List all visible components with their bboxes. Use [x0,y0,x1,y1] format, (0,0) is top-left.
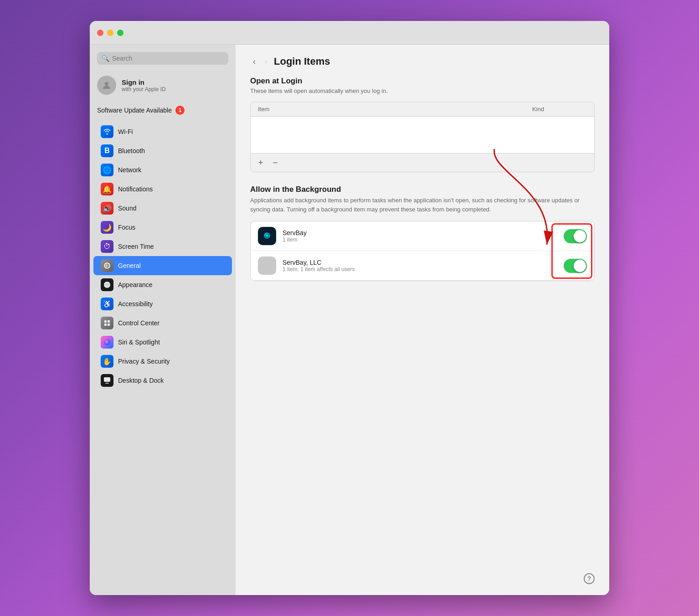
serv-llc-item-subtitle: 1 item: 1 item affects all users [283,266,557,272]
main-content: ‹ › Login Items Open at Login These item… [236,45,609,595]
serv-item-text: ServBay 1 item [283,229,557,243]
svg-point-7 [104,339,110,345]
maximize-button[interactable] [117,30,123,36]
software-update-badge: 1 [175,106,185,115]
serv-llc-toggle[interactable] [564,259,587,273]
serv-item-name: ServBay [283,229,557,236]
nav-row: ‹ › Login Items [250,56,595,67]
open-at-login-title: Open at Login [250,77,595,86]
focus-label: Focus [118,224,135,231]
controlcenter-icon [101,317,113,329]
accessibility-label: Accessibility [118,300,153,308]
wifi-icon [101,125,113,138]
appearance-icon [101,278,113,291]
svg-rect-8 [104,377,110,382]
bluetooth-icon: B [101,144,113,157]
open-at-login-section: Open at Login These items will open auto… [250,77,595,172]
table-footer: + − [251,153,594,172]
forward-button[interactable]: › [262,56,270,67]
sidebar-item-desktopanddock[interactable]: Desktop & Dock [93,371,232,390]
table-header-kind: Kind [532,106,587,113]
serv-toggle[interactable] [564,229,587,243]
table-body [251,117,594,153]
focus-icon: 🌙 [101,221,113,234]
remove-item-button[interactable]: − [269,156,282,169]
sound-icon: 🔊 [101,202,113,215]
search-input[interactable] [112,55,224,62]
bg-item-serv-llc: ServBay, LLC 1 item: 1 item affects all … [251,251,594,281]
general-label: General [118,262,141,269]
serv-item-subtitle: 1 item [283,236,557,243]
back-button[interactable]: ‹ [250,56,258,67]
minimize-button[interactable] [107,30,113,36]
sidebar-item-controlcenter[interactable]: Control Center [93,313,232,333]
svg-rect-4 [108,320,110,323]
system-preferences-window: 🔍 Sign in with your Apple ID Softw [90,21,609,595]
apple-id-text: Sign in with your Apple ID [122,78,166,92]
network-icon: 🌐 [101,164,113,176]
table-header-item: Item [258,106,532,113]
bluetooth-label: Bluetooth [118,147,145,154]
search-bar[interactable]: 🔍 [97,52,228,65]
network-label: Network [118,166,141,174]
title-bar [90,21,609,45]
sidebar-item-network[interactable]: 🌐 Network [93,160,232,180]
privacy-icon: ✋ [101,355,113,368]
sidebar-item-general[interactable]: General [93,256,232,275]
sidebar: 🔍 Sign in with your Apple ID Softw [90,45,236,595]
controlcenter-label: Control Center [118,319,159,327]
sidebar-item-sound[interactable]: 🔊 Sound [93,199,232,218]
accessibility-icon: ♿ [101,298,113,310]
login-items-table: Item Kind + − [250,102,595,172]
search-icon: 🔍 [102,55,109,62]
siri-icon [101,336,113,349]
allow-bg-title: Allow in the Background [250,185,595,194]
sidebar-item-notifications[interactable]: 🔔 Notifications [93,180,232,199]
general-icon [101,259,113,272]
allow-bg-desc: Applications add background items to per… [250,196,595,214]
sidebar-item-privacy[interactable]: ✋ Privacy & Security [93,352,232,371]
sidebar-item-screentime[interactable]: ⏱ Screen Time [93,237,232,256]
sidebar-item-wifi[interactable]: Wi-Fi [93,122,232,141]
content-area: 🔍 Sign in with your Apple ID Softw [90,45,609,595]
software-update-row[interactable]: Software Update Available 1 [90,102,236,118]
serv-llc-icon [258,257,276,275]
svg-point-0 [105,82,108,86]
add-item-button[interactable]: + [254,156,267,169]
open-at-login-desc: These items will open automatically when… [250,87,595,94]
sidebar-item-appearance[interactable]: Appearance [93,275,232,294]
software-update-label: Software Update Available [97,107,172,114]
screentime-icon: ⏱ [101,240,113,253]
notifications-label: Notifications [118,185,153,193]
siri-label: Siri & Spotlight [118,339,160,346]
apple-id-subtitle: with your Apple ID [122,86,166,92]
desktopanddock-icon [101,374,113,387]
page-title: Login Items [274,56,330,67]
wifi-label: Wi-Fi [118,128,133,135]
serv-llc-item-text: ServBay, LLC 1 item: 1 item affects all … [283,259,557,272]
screentime-label: Screen Time [118,243,154,250]
background-items-list: ServBay 1 item [250,221,595,281]
svg-point-10 [266,235,268,236]
apple-id-row[interactable]: Sign in with your Apple ID [90,72,236,102]
help-button[interactable]: ? [584,573,595,584]
sidebar-item-bluetooth[interactable]: B Bluetooth [93,141,232,160]
privacy-label: Privacy & Security [118,358,170,365]
apple-id-name: Sign in [122,78,166,86]
avatar [97,76,116,95]
svg-rect-5 [104,323,107,326]
sound-label: Sound [118,205,136,212]
close-button[interactable] [97,30,103,36]
allow-in-background-section: Allow in the Background Applications add… [250,185,595,281]
sidebar-item-focus[interactable]: 🌙 Focus [93,218,232,237]
serv-llc-item-name: ServBay, LLC [283,259,557,266]
notifications-icon: 🔔 [101,183,113,195]
appearance-label: Appearance [118,281,153,288]
svg-rect-6 [108,323,110,326]
traffic-lights [97,30,123,36]
sidebar-item-siri[interactable]: Siri & Spotlight [93,333,232,352]
sidebar-item-accessibility[interactable]: ♿ Accessibility [93,294,232,313]
serv-icon [258,227,276,245]
svg-rect-3 [104,320,107,323]
desktopanddock-label: Desktop & Dock [118,377,164,384]
